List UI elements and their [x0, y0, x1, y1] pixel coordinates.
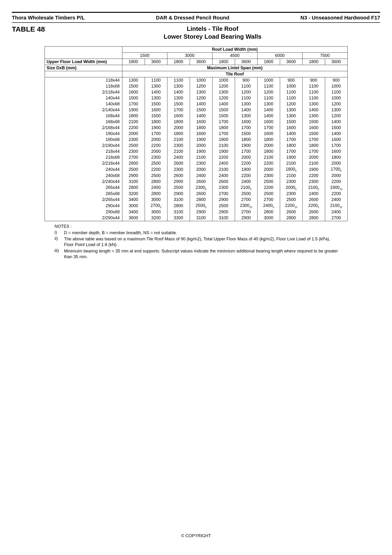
span-cell: 2900 — [122, 161, 145, 166]
span-cell: 2000 — [325, 173, 347, 179]
span-cell: 1300 — [325, 107, 347, 113]
span-cell: 210010 — [325, 203, 347, 209]
span-cell: 2100 — [280, 173, 302, 179]
span-cell: 2600 — [190, 179, 212, 185]
span-cell: 2000 — [302, 154, 325, 161]
span-cell: 2300 — [167, 143, 190, 148]
span-cell: 1000 — [257, 77, 280, 84]
span-cell: 1600 — [122, 89, 145, 95]
span-cell: 2200 — [257, 161, 280, 166]
span-cell: 2300 — [145, 154, 167, 161]
span-cell: 2200 — [235, 173, 257, 179]
span-cell: 3100 — [167, 209, 190, 215]
roof-load-width-header: Roof Load Width (mm) — [122, 46, 347, 53]
span-cell: 1400 — [325, 131, 347, 137]
upper-floor-label: Upper Floor Load Width (mm) — [45, 59, 122, 65]
size-cell: 2/290x44 — [45, 215, 122, 221]
span-cell: 1900 — [212, 148, 235, 154]
span-cell: 1700 — [280, 148, 302, 154]
span-cell: 1700 — [325, 143, 347, 148]
span-cell: 24005 — [257, 203, 280, 209]
span-cell: 1400 — [235, 107, 257, 113]
span-cell: 1900 — [212, 137, 235, 143]
span-cell: 1800 — [325, 154, 347, 161]
size-cell: 2/190x44 — [45, 143, 122, 148]
span-cell: 1200 — [280, 101, 302, 107]
span-cell: 2000 — [122, 131, 145, 137]
span-cell: 1700 — [235, 125, 257, 131]
rlw-1: 3000 — [167, 53, 212, 59]
span-cell: 3200 — [145, 215, 167, 221]
span-cell: 1100 — [235, 83, 257, 89]
span-cell: 2100 — [122, 119, 145, 125]
span-cell: 1100 — [280, 89, 302, 95]
span-cell: 2500 — [257, 191, 280, 197]
span-cell: 1100 — [325, 89, 347, 95]
span-cell: 1600 — [325, 137, 347, 143]
span-cell: 1700 — [235, 148, 257, 154]
span-cell: 2300 — [280, 179, 302, 185]
span-cell: 2500 — [257, 179, 280, 185]
span-cell: 2100 — [167, 137, 190, 143]
size-cell: 2/168x44 — [45, 125, 122, 131]
size-cell: 140x44 — [45, 95, 122, 101]
span-cell: 1200 — [190, 95, 212, 101]
span-cell: 1600 — [167, 113, 190, 119]
span-cell: 1900 — [190, 148, 212, 154]
span-cell: 3100 — [212, 215, 235, 221]
span-cell: 1400 — [325, 119, 347, 125]
span-cell: 1900 — [235, 166, 257, 173]
span-cell: 1200 — [190, 83, 212, 89]
span-cell: 21005 — [235, 185, 257, 191]
span-cell: 1700 — [280, 137, 302, 143]
span-cell: 3100 — [122, 179, 145, 185]
span-cell: 2500 — [122, 166, 145, 173]
span-cell: 1300 — [302, 113, 325, 119]
span-cell: 1900 — [280, 154, 302, 161]
span-cell: 2400 — [167, 154, 190, 161]
span-cell: 27005 — [145, 203, 167, 209]
span-cell: 1500 — [302, 131, 325, 137]
span-cell: 2800 — [167, 203, 190, 209]
span-cell: 1600 — [280, 125, 302, 131]
span-cell: 2400 — [212, 173, 235, 179]
title-block: TABLE 48 Lintels - Tile Roof Lower Store… — [12, 25, 380, 40]
span-cell: 1400 — [302, 107, 325, 113]
span-cell: 1100 — [235, 95, 257, 101]
span-cell: 3100 — [190, 215, 212, 221]
span-cell: 2600 — [167, 161, 190, 166]
size-cell: 168x68 — [45, 119, 122, 125]
span-cell: 1800 — [122, 113, 145, 119]
span-cell: 1500 — [325, 125, 347, 131]
span-cell: 2800 — [302, 215, 325, 221]
ufw-3: 3600 — [190, 59, 212, 65]
span-cell: 1900 — [122, 107, 145, 113]
span-cell: 1700 — [212, 119, 235, 125]
ufw-6: 1800 — [257, 59, 280, 65]
span-cell: 3400 — [122, 197, 145, 203]
span-cell: 3000 — [122, 203, 145, 209]
span-cell: 22005 — [302, 203, 325, 209]
span-cell: 2600 — [167, 173, 190, 179]
span-cell: 2400 — [302, 191, 325, 197]
span-cell: 2000 — [325, 161, 347, 166]
span-cell: 2900 — [167, 191, 190, 197]
size-cell: 2/118x44 — [45, 89, 122, 95]
span-cell: 1800 — [145, 119, 167, 125]
span-cell: 2100 — [212, 166, 235, 173]
span-cell: 1300 — [280, 113, 302, 119]
header-left: Thora Wholesale Timbers P/L — [12, 15, 85, 21]
span-cell: 1600 — [145, 107, 167, 113]
span-cell: 2300 — [190, 161, 212, 166]
span-cell: 1300 — [145, 83, 167, 89]
ufw-7: 3600 — [280, 59, 302, 65]
span-cell: 2800 — [145, 179, 167, 185]
span-cell: 1200 — [325, 101, 347, 107]
top-rule-thin — [12, 22, 380, 23]
span-cell: 1100 — [167, 77, 190, 84]
span-cell: 2000 — [190, 143, 212, 148]
note-marker: ii) — [55, 236, 64, 248]
span-cell: 1300 — [122, 77, 145, 84]
size-cell: 218x68 — [45, 154, 122, 161]
span-cell: 1700 — [212, 131, 235, 137]
